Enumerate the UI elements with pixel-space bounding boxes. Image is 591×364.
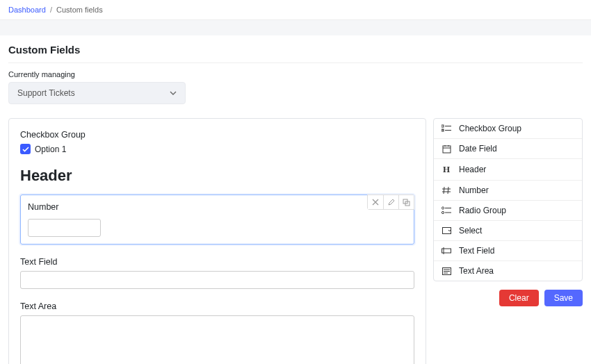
checkbox-group-label: Checkbox Group (20, 130, 414, 140)
header-icon: H (441, 164, 452, 175)
field-edit-button[interactable] (383, 195, 398, 209)
check-icon (22, 147, 29, 152)
palette-item-label: Text Field (459, 246, 494, 256)
copy-icon (403, 199, 410, 206)
palette-item-label: Header (459, 165, 486, 174)
textarea-input[interactable] (20, 315, 414, 364)
breadcrumb-current: Custom fields (56, 6, 103, 14)
field-toolbar (367, 195, 414, 210)
breadcrumb-root-link[interactable]: Dashboard (8, 6, 46, 14)
field-palette: Checkbox Group Date Field H Header (433, 118, 583, 281)
save-button[interactable]: Save (544, 290, 583, 306)
field-checkbox-group[interactable]: Checkbox Group Option 1 (20, 130, 414, 154)
clear-button[interactable]: Clear (499, 290, 539, 306)
close-icon (372, 199, 379, 206)
palette-item-label: Checkbox Group (459, 124, 521, 133)
text-field-icon (441, 247, 452, 254)
text-area-icon (441, 267, 452, 275)
palette-item-checkbox-group[interactable]: Checkbox Group (434, 119, 582, 139)
hash-icon (441, 186, 452, 195)
field-header[interactable]: Header (20, 167, 414, 185)
textfield-label: Text Field (20, 257, 414, 267)
textarea-label: Text Area (20, 301, 414, 311)
managing-selected-value: Support Tickets (17, 88, 75, 98)
svg-rect-2 (442, 125, 444, 127)
managing-select[interactable]: Support Tickets (8, 82, 186, 104)
number-label: Number (28, 202, 407, 212)
palette-item-label: Select (459, 226, 482, 235)
checkbox-option-1[interactable] (20, 144, 31, 154)
palette-item-radio-group[interactable]: Radio Group (434, 201, 582, 221)
palette-item-label: Date Field (459, 144, 497, 154)
palette-item-date-field[interactable]: Date Field (434, 139, 582, 159)
checkbox-option-1-label: Option 1 (35, 144, 66, 154)
textfield-input[interactable] (20, 271, 414, 289)
field-copy-button[interactable] (398, 195, 414, 209)
pencil-icon (388, 199, 395, 206)
palette-item-label: Radio Group (459, 206, 506, 215)
chevron-down-icon (170, 91, 177, 95)
svg-point-6 (442, 211, 444, 213)
palette-item-header[interactable]: H Header (434, 159, 582, 181)
calendar-icon (441, 144, 452, 154)
page-title: Custom Fields (8, 44, 583, 56)
palette-item-text-field[interactable]: Text Field (434, 241, 582, 261)
field-text-area[interactable]: Text Area (20, 301, 414, 364)
palette-item-label: Number (459, 185, 489, 195)
managing-label: Currently managing (8, 70, 583, 78)
breadcrumb: Dashboard / Custom fields (0, 0, 591, 20)
radio-list-icon (441, 206, 452, 215)
field-text-field[interactable]: Text Field (20, 257, 414, 289)
palette-item-label: Text Area (459, 266, 494, 276)
header-greyband (0, 20, 591, 35)
number-input[interactable] (28, 219, 101, 237)
palette-item-text-area[interactable]: Text Area (434, 261, 582, 281)
palette-item-select[interactable]: Select (434, 221, 582, 241)
form-canvas: Checkbox Group Option 1 Header (8, 118, 426, 364)
select-icon (441, 227, 452, 235)
field-remove-button[interactable] (368, 195, 383, 209)
svg-point-5 (442, 207, 444, 209)
field-number-selected[interactable]: Number (20, 195, 414, 245)
divider (8, 63, 583, 63)
svg-rect-4 (443, 146, 451, 153)
palette-item-number[interactable]: Number (434, 181, 582, 201)
svg-rect-8 (442, 249, 451, 253)
checkbox-list-icon (441, 124, 452, 133)
